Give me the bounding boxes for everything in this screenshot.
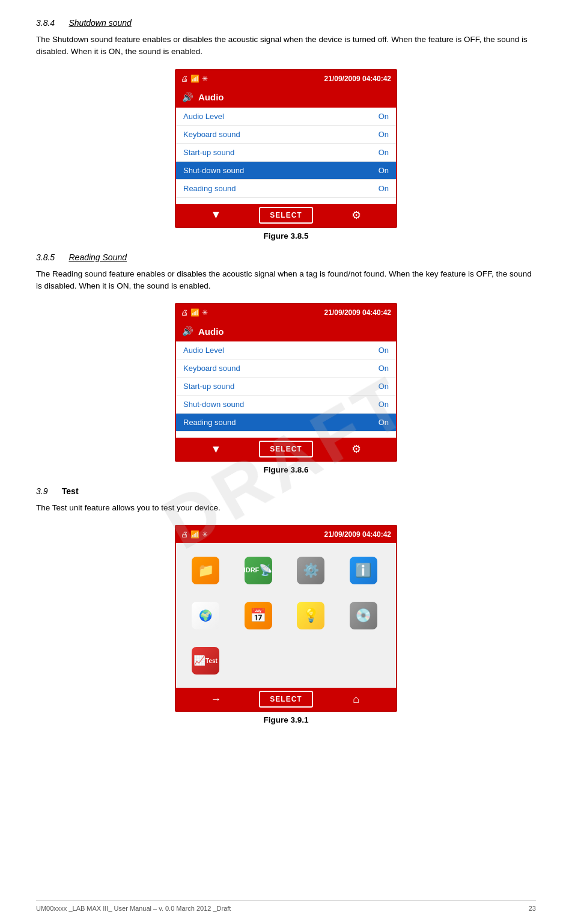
title-label-386: Audio [198, 326, 224, 337]
section-385-body: The Reading sound feature enables or dis… [36, 268, 536, 293]
figure-391-container: 🖨 📶 ✳ 21/09/2009 04:40:42 📁 ID RF 📡 ⚙️ [36, 525, 536, 724]
figure-385-caption: Figure 3.8.5 [263, 231, 308, 240]
title-bar-385: 🔊 Audio [176, 87, 396, 108]
toolbar-select-btn-386[interactable]: SELECT [259, 441, 313, 457]
signal-icon-391: 📶 [190, 530, 199, 539]
app-icon-folder[interactable]: 📁 [181, 548, 230, 593]
bottom-toolbar-386: ▼ SELECT ⚙ [176, 438, 396, 460]
section-39: 3.9 Test The Test unit feature allows yo… [36, 486, 536, 514]
section-384-title: Shutdown sound [68, 18, 131, 28]
menu-item-386-3[interactable]: Shut-down sound On [176, 396, 396, 414]
page-footer: UM00xxxx _LAB MAX III_ User Manual – v. … [36, 901, 536, 912]
menu-item-386-1[interactable]: Keyboard sound On [176, 360, 396, 378]
toolbar-select-btn-385[interactable]: SELECT [259, 207, 313, 224]
status-bar-385: 🖨 📶 ✳ 21/09/2009 04:40:42 [176, 70, 396, 87]
menu-spacer-386 [176, 432, 396, 438]
figure-386-caption: Figure 3.8.6 [263, 465, 308, 474]
signal-icon: 📶 [190, 75, 199, 83]
audio-icon-386: 🔊 [182, 326, 193, 337]
section-385-num: 3.8.5 [36, 252, 55, 262]
bt-icon: ✳ [202, 75, 208, 83]
status-icons-386: 🖨 📶 ✳ [181, 308, 208, 317]
figure-386-container: 🖨 📶 ✳ 21/09/2009 04:40:42 🔊 Audio Audio … [36, 303, 536, 474]
signal-icon-386: 📶 [190, 308, 199, 317]
app-icon-language[interactable]: 🌍 [181, 593, 230, 638]
status-icons-391: 🖨 📶 ✳ [181, 530, 208, 539]
audio-icon-385: 🔊 [182, 92, 193, 103]
status-bar-386: 🖨 📶 ✳ 21/09/2009 04:40:42 [176, 304, 396, 321]
section-39-num: 3.9 [36, 486, 47, 496]
device-screen-386: 🖨 📶 ✳ 21/09/2009 04:40:42 🔊 Audio Audio … [175, 303, 397, 462]
status-time-385: 21/09/2009 04:40:42 [324, 75, 391, 83]
menu-list-385: Audio Level On Keyboard sound On Start-u… [176, 108, 396, 204]
title-label-385: Audio [198, 92, 224, 102]
section-39-title: Test [62, 486, 79, 496]
section-384-heading: 3.8.4 Shutdown sound [36, 18, 536, 28]
section-384-num: 3.8.4 [36, 18, 55, 28]
section-39-body: The Test unit feature allows you to test… [36, 502, 536, 514]
device-screen-385: 🖨 📶 ✳ 21/09/2009 04:40:42 🔊 Audio Audio … [175, 69, 397, 228]
printer-icon-391: 🖨 [181, 530, 188, 539]
section-385-heading: 3.8.5 Reading Sound [36, 252, 536, 262]
section-385: 3.8.5 Reading Sound The Reading sound fe… [36, 252, 536, 293]
bt-icon-391: ✳ [202, 530, 208, 539]
status-bar-391: 🖨 📶 ✳ 21/09/2009 04:40:42 [176, 526, 396, 543]
status-time-391: 21/09/2009 04:40:42 [324, 530, 391, 539]
figure-391-caption: Figure 3.9.1 [263, 715, 308, 724]
printer-icon-386: 🖨 [181, 308, 188, 317]
app-icon-grid: 📁 ID RF 📡 ⚙️ ℹ️ 🌍 📅 [176, 543, 396, 688]
app-icon-info[interactable]: ℹ️ [339, 548, 388, 593]
printer-icon: 🖨 [181, 75, 188, 83]
menu-list-386: Audio Level On Keyboard sound On Start-u… [176, 341, 396, 438]
menu-item-1[interactable]: Keyboard sound On [176, 126, 396, 144]
toolbar-home-btn-391[interactable]: ⌂ [329, 691, 383, 708]
footer-left: UM00xxxx _LAB MAX III_ User Manual – v. … [36, 905, 231, 912]
toolbar-down-btn-386[interactable]: ▼ [189, 441, 243, 457]
menu-item-2[interactable]: Start-up sound On [176, 144, 396, 162]
app-icon-rf[interactable]: ID RF 📡 [234, 548, 283, 593]
app-icon-audio[interactable]: 💿 [339, 593, 388, 638]
toolbar-gear-btn-386[interactable]: ⚙ [329, 441, 383, 457]
figure-385-container: 🖨 📶 ✳ 21/09/2009 04:40:42 🔊 Audio Audio … [36, 69, 536, 240]
bottom-toolbar-385: ▼ SELECT ⚙ [176, 204, 396, 227]
section-39-heading: 3.9 Test [36, 486, 536, 496]
app-icon-light[interactable]: 💡 [286, 593, 335, 638]
app-icon-empty-3 [339, 638, 388, 683]
menu-item-386-4-selected[interactable]: Reading sound On [176, 414, 396, 432]
menu-item-4[interactable]: Reading sound On [176, 180, 396, 198]
device-screen-391: 🖨 📶 ✳ 21/09/2009 04:40:42 📁 ID RF 📡 ⚙️ [175, 525, 397, 712]
title-bar-386: 🔊 Audio [176, 321, 396, 341]
toolbar-gear-btn-385[interactable]: ⚙ [329, 207, 383, 224]
section-385-title: Reading Sound [68, 252, 127, 262]
toolbar-arrow-btn-391[interactable]: → [189, 691, 243, 708]
menu-spacer-385 [176, 198, 396, 204]
app-icon-settings[interactable]: ⚙️ [286, 548, 335, 593]
app-icon-test[interactable]: 📈 Test [181, 638, 230, 683]
section-384-body: The Shutdown sound feature enables or di… [36, 34, 536, 58]
app-icon-empty-1 [234, 638, 283, 683]
toolbar-down-btn-385[interactable]: ▼ [189, 207, 243, 224]
status-icons-385: 🖨 📶 ✳ [181, 75, 208, 83]
footer-page-number: 23 [529, 905, 536, 912]
toolbar-select-btn-391[interactable]: SELECT [259, 691, 313, 708]
app-icon-empty-2 [286, 638, 335, 683]
section-384: 3.8.4 Shutdown sound The Shutdown sound … [36, 18, 536, 58]
bt-icon-386: ✳ [202, 308, 208, 317]
menu-item-3-selected[interactable]: Shut-down sound On [176, 162, 396, 180]
bottom-toolbar-391: → SELECT ⌂ [176, 688, 396, 711]
status-time-386: 21/09/2009 04:40:42 [324, 308, 391, 317]
menu-item-0[interactable]: Audio Level On [176, 108, 396, 126]
menu-item-386-0[interactable]: Audio Level On [176, 341, 396, 360]
menu-item-386-2[interactable]: Start-up sound On [176, 378, 396, 396]
app-icon-clock[interactable]: 📅 [234, 593, 283, 638]
